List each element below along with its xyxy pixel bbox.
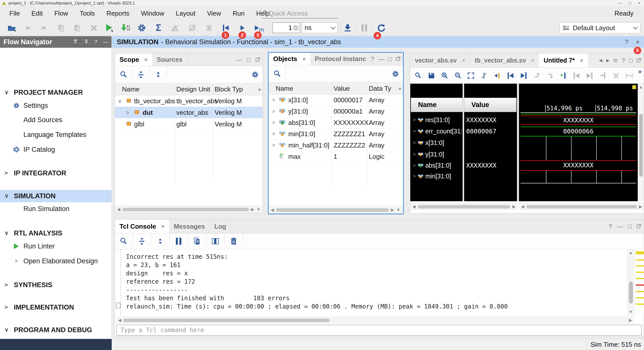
wave-signal-abs[interactable]: >abs[31:0] bbox=[410, 160, 463, 171]
wave-plot-area[interactable]: 514,996 ps 514,998 ps XXXXXXXX 00000066 … bbox=[519, 84, 638, 201]
expand-all-icon[interactable] bbox=[153, 70, 163, 79]
sidebar-item-run-simulation[interactable]: Run Simulation bbox=[0, 203, 111, 214]
minimize-panel-icon[interactable]: — bbox=[378, 56, 384, 63]
search-icon[interactable] bbox=[118, 70, 129, 79]
sidebar-item-open-elaborated-design[interactable]: >Open Elaborated Design bbox=[0, 256, 111, 267]
tab-scope[interactable]: Scope× bbox=[115, 54, 152, 66]
tab-tcl-console[interactable]: Tcl Console× bbox=[115, 220, 169, 233]
wave-signal-min[interactable]: >min[31:0] bbox=[410, 171, 463, 182]
console-horizontal-scrollbar[interactable]: ◀ ▶ bbox=[116, 317, 634, 324]
search-icon[interactable] bbox=[414, 71, 422, 80]
help-icon[interactable]: ? bbox=[625, 38, 628, 46]
maximize-panel-icon[interactable]: □ bbox=[628, 223, 632, 230]
scroll-right-icon[interactable]: ▶ bbox=[629, 318, 632, 323]
scroll-left-icon[interactable]: ◀ bbox=[271, 207, 274, 213]
warning-mark[interactable] bbox=[636, 272, 644, 273]
close-tab-icon[interactable]: × bbox=[462, 57, 465, 64]
zoom-out-icon[interactable] bbox=[453, 71, 462, 80]
run-icon[interactable] bbox=[105, 23, 114, 33]
scroll-right-icon[interactable]: ▶ bbox=[512, 204, 516, 209]
menu-run[interactable]: Run bbox=[227, 8, 251, 19]
open-project-icon[interactable] bbox=[7, 23, 16, 33]
zoom-fit-icon[interactable] bbox=[467, 71, 475, 80]
menu-tools[interactable]: Tools bbox=[74, 8, 101, 19]
toggle-columns-icon[interactable] bbox=[210, 236, 220, 246]
console-vertical-scrollbar[interactable]: ▲ ▼ bbox=[627, 249, 634, 316]
copy-output-icon[interactable] bbox=[192, 236, 202, 246]
previous-transition-icon[interactable] bbox=[506, 71, 515, 80]
sidebar-item-add-sources[interactable]: Add Sources bbox=[0, 114, 111, 125]
objects-table-header[interactable]: Name Value Data Ty ▲ bbox=[269, 82, 403, 94]
settings-gear-icon[interactable] bbox=[390, 69, 400, 79]
generate-bitstream-icon[interactable]: 0110 bbox=[120, 23, 130, 33]
help-icon[interactable]: ? bbox=[609, 223, 612, 230]
tab-log[interactable]: Log bbox=[210, 220, 231, 233]
objects-row-x[interactable]: > x[31:0] 00000017 Array bbox=[269, 94, 403, 106]
pause-output-icon[interactable] bbox=[174, 236, 184, 246]
scroll-down-icon[interactable]: ▼ bbox=[396, 208, 400, 213]
layout-selector-dropdown[interactable]: Default Layout bbox=[559, 22, 640, 33]
collapse-all-icon[interactable] bbox=[136, 70, 146, 79]
menu-view[interactable]: View bbox=[201, 8, 227, 19]
toolbar-overflow-icon[interactable]: » bbox=[638, 68, 642, 75]
scope-horizontal-scrollbar[interactable]: ◀ ▶ ▼ bbox=[115, 206, 263, 213]
sigma-report-icon[interactable]: Σ bbox=[154, 23, 163, 33]
prev-tab-icon[interactable]: ◀ bbox=[599, 58, 602, 63]
scroll-up-icon[interactable]: ▲ bbox=[639, 85, 643, 90]
objects-row-y[interactable]: > y[31:0] 000000a1 Array bbox=[269, 106, 403, 117]
expand-all-icon[interactable] bbox=[155, 236, 165, 246]
settings-gear-icon[interactable] bbox=[250, 70, 260, 79]
tcl-command-field[interactable] bbox=[116, 325, 642, 336]
scrollbar-thumb[interactable] bbox=[629, 281, 633, 304]
quick-access-input[interactable] bbox=[269, 10, 327, 17]
wave-plot-horizontal-scrollbar[interactable]: ◀ ▶ bbox=[519, 203, 644, 210]
close-tab-icon[interactable]: × bbox=[302, 56, 306, 63]
marker-flag-icon[interactable] bbox=[632, 85, 636, 89]
float-panel-icon[interactable] bbox=[637, 225, 640, 228]
scope-row-glbl[interactable]: glbl glbl Verilog M bbox=[115, 118, 263, 130]
window-maximize-button[interactable]: □ bbox=[629, 1, 631, 6]
search-icon[interactable] bbox=[272, 69, 282, 79]
float-panel-icon[interactable] bbox=[256, 58, 259, 62]
scroll-up-icon[interactable]: ▲ bbox=[257, 87, 262, 92]
remove-cursor-icon[interactable] bbox=[480, 71, 488, 80]
wave-name-horizontal-scrollbar[interactable]: ◀ ▶ bbox=[410, 203, 517, 210]
maximize-panel-icon[interactable]: □ bbox=[629, 57, 633, 64]
waveform-viewer[interactable]: Name Value >res[31:0] >err_count[31:0 >x… bbox=[410, 84, 644, 201]
sidebar-section-program-and-debug[interactable]: ∨PROGRAM AND DEBUG bbox=[0, 324, 111, 335]
wave-vertical-scrollbar[interactable]: ▲ bbox=[638, 84, 644, 201]
next-tab-icon[interactable]: ▶ bbox=[606, 58, 610, 63]
minimize-panel-icon[interactable]: — bbox=[103, 39, 108, 45]
relaunch-icon[interactable] bbox=[377, 23, 386, 33]
search-icon[interactable] bbox=[118, 236, 129, 246]
minimize-panel-icon[interactable]: — bbox=[617, 223, 623, 230]
tab-sources[interactable]: Sources bbox=[152, 54, 187, 66]
time-unit-dropdown[interactable]: ns bbox=[302, 22, 338, 33]
settings-gear-icon[interactable] bbox=[137, 23, 146, 33]
wave-signal-res[interactable]: >res[31:0] bbox=[410, 114, 463, 125]
wave-signal-x[interactable]: >x[31:0] bbox=[410, 137, 463, 148]
scroll-up-icon[interactable]: ▲ bbox=[398, 86, 402, 91]
collapse-all-icon[interactable] bbox=[137, 236, 147, 246]
scope-row-tb-vector-abs[interactable]: ∨ tb_vector_abs tb_vector_abs Verilog M bbox=[115, 95, 263, 107]
warning-mark[interactable] bbox=[636, 304, 644, 305]
warning-mark[interactable] bbox=[636, 259, 644, 261]
tcl-command-input[interactable] bbox=[117, 327, 641, 334]
clear-console-icon[interactable] bbox=[229, 236, 239, 246]
window-close-button[interactable]: × bbox=[638, 1, 640, 6]
save-waveform-icon[interactable] bbox=[427, 71, 435, 80]
scroll-left-icon[interactable]: ◀ bbox=[521, 204, 524, 209]
sidebar-section-rtl-analysis[interactable]: ∨RTL ANALYSIS bbox=[0, 228, 111, 239]
console-marker-strip[interactable] bbox=[635, 249, 644, 316]
tab-objects[interactable]: Objects× bbox=[269, 53, 310, 65]
help-icon[interactable]: ? bbox=[371, 56, 374, 63]
menu-window[interactable]: Window bbox=[135, 8, 170, 19]
scroll-left-icon[interactable]: ◀ bbox=[118, 318, 121, 323]
next-transition-icon[interactable] bbox=[519, 71, 528, 80]
add-marker-icon[interactable] bbox=[559, 71, 568, 80]
scope-row-dut-selected[interactable]: > dut vector_abs Verilog M bbox=[115, 107, 263, 118]
sidebar-item-ip-catalog[interactable]: IP Catalog bbox=[0, 144, 111, 155]
menu-layout[interactable]: Layout bbox=[170, 8, 201, 19]
scope-table-header[interactable]: Name Design Unit Block Typ ▲ bbox=[115, 83, 263, 95]
close-tab-icon[interactable]: × bbox=[580, 57, 583, 64]
